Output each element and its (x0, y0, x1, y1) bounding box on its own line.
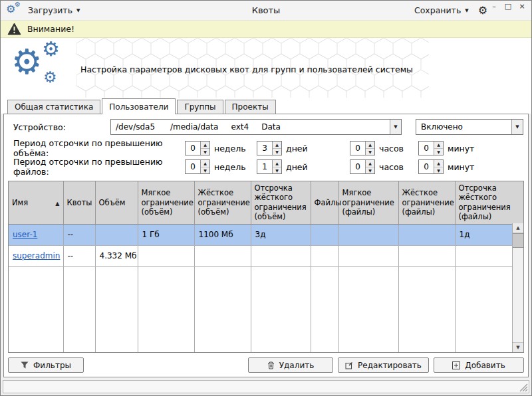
settings-gear-icon[interactable]: ⚙ (478, 5, 487, 16)
spin-up-icon[interactable]: ▲ (434, 160, 443, 167)
device-select[interactable]: /dev/sda5 /media/data ext4 Data ▼ (110, 119, 402, 135)
users-panel: Устройство: /dev/sda5 /media/data ext4 D… (3, 114, 529, 377)
gear-icon: ⚙ (42, 39, 60, 59)
unit-label: часов (375, 162, 404, 172)
tab-projects[interactable]: Проекты (225, 100, 276, 114)
unit-label: недель (210, 162, 246, 172)
grace-volume-days-spinner[interactable]: 3 ▲ ▼ (257, 141, 282, 155)
close-button[interactable]: × (518, 2, 526, 11)
table-row[interactable]: superadmin -- 4.332 Мб (9, 245, 523, 266)
maximize-button[interactable]: □ (504, 2, 512, 11)
grace-volume-weeks-spinner[interactable]: 0 ▲ ▼ (185, 141, 210, 155)
grace-files-weeks-spinner[interactable]: 0 ▲ ▼ (185, 159, 210, 174)
warning-text: Внимание! (27, 24, 74, 34)
spin-up-icon[interactable]: ▲ (273, 160, 281, 167)
spin-down-icon[interactable]: ▼ (201, 167, 209, 174)
app-header: ⚙ ⚙ ⚙ Настройка параметров дисковых квот… (1, 38, 531, 98)
filters-button[interactable]: Фильтры (8, 357, 84, 373)
spin-down-icon[interactable]: ▼ (434, 149, 443, 155)
gear-icon: ⚙ (11, 45, 43, 79)
scroll-down-button[interactable]: ▼ (513, 342, 523, 352)
grace-volume-row: Период отсрочки по превышению объёма: 0 … (8, 140, 524, 157)
warning-icon (7, 23, 21, 35)
spin-down-icon[interactable]: ▼ (273, 167, 281, 174)
filter-icon (21, 361, 29, 369)
device-row: Устройство: /dev/sda5 /media/data ext4 D… (8, 118, 524, 136)
titlebar: ⚙ ⚙ Загрузить ▼ Квоты Сохранить ▼ ⚙ – □ … (1, 1, 531, 21)
column-header-grace-files[interactable]: Отсрочка жёсткого ограничения (файлы) (455, 181, 523, 224)
tab-users[interactable]: Пользователи (102, 98, 176, 114)
warning-banner: Внимание! (1, 21, 531, 38)
resize-grip[interactable] (519, 383, 528, 392)
minimize-button[interactable]: – (490, 2, 498, 11)
spin-down-icon[interactable]: ▼ (434, 167, 443, 174)
spin-up-icon[interactable]: ▲ (273, 142, 281, 149)
spin-up-icon[interactable]: ▲ (366, 142, 374, 149)
spin-down-icon[interactable]: ▼ (366, 149, 374, 155)
grace-files-minutes-spinner[interactable]: 0 ▲ ▼ (418, 159, 444, 174)
tab-groups[interactable]: Группы (177, 100, 223, 114)
load-menu-button[interactable]: Загрузить ▼ (28, 5, 80, 15)
grace-volume-label: Период отсрочки по превышению объёма: (8, 138, 185, 158)
action-bar: Фильтры Удалить Редактировать (8, 357, 524, 373)
spin-down-icon[interactable]: ▼ (366, 167, 374, 174)
column-header-soft-limit-files[interactable]: Мягкое ограничение (файлы) (338, 181, 398, 224)
unit-label: минут (444, 144, 474, 153)
scrollbar-thumb[interactable] (513, 233, 523, 248)
window-controls: – □ × (490, 2, 526, 11)
tab-general-stats[interactable]: Общая статистика (7, 100, 100, 114)
status-bar (3, 380, 529, 393)
delete-button[interactable]: Удалить (248, 357, 333, 373)
column-header-volume[interactable]: Объём (95, 181, 138, 224)
app-window: ⚙ ⚙ Загрузить ▼ Квоты Сохранить ▼ ⚙ – □ … (0, 0, 532, 396)
grace-files-hours-spinner[interactable]: 0 ▲ ▼ (350, 159, 375, 174)
app-logo: ⚙ ⚙ ⚙ (11, 41, 71, 96)
spin-up-icon[interactable]: ▲ (201, 142, 209, 149)
sort-ascending-icon: ▲ (55, 201, 59, 207)
chevron-down-icon: ▼ (465, 8, 468, 13)
grace-files-label: Период отсрочки по превышению файлов: (8, 157, 185, 177)
table-empty-area (9, 266, 523, 352)
tab-bar: Общая статистика Пользователи Группы Про… (1, 98, 531, 114)
column-header-files[interactable]: Файлы (311, 181, 338, 224)
add-icon (452, 361, 460, 369)
chevron-down-icon[interactable]: ▼ (390, 120, 401, 134)
spin-up-icon[interactable]: ▲ (434, 142, 443, 149)
app-gears-icon: ⚙ ⚙ (6, 3, 23, 19)
table-row[interactable]: user-1 -- 1 Гб 1100 Мб 3д 1д (9, 224, 523, 245)
column-header-soft-limit-volume[interactable]: Мягкое ограничение (объём) (138, 181, 194, 224)
quota-table: ▲ Имя Квоты Объём Мягкое ограничение (об… (8, 181, 524, 353)
quota-state-value: Включено (416, 120, 511, 134)
spin-up-icon[interactable]: ▲ (366, 160, 374, 167)
vertical-scrollbar[interactable]: ▲ ▼ (512, 223, 523, 352)
user-link[interactable]: user-1 (13, 230, 37, 239)
spin-down-icon[interactable]: ▼ (273, 149, 281, 155)
trash-icon (267, 361, 275, 369)
column-header-hard-limit-volume[interactable]: Жёсткое ограничение (объём) (194, 181, 251, 224)
quota-state-select[interactable]: Включено ▼ (416, 119, 523, 135)
edit-button[interactable]: Редактировать (338, 357, 429, 373)
add-button[interactable]: Добавить (434, 357, 524, 373)
grace-files-days-spinner[interactable]: 1 ▲ ▼ (257, 159, 282, 174)
column-header-hard-limit-files[interactable]: Жёсткое ограничение (файлы) (398, 181, 455, 224)
unit-label: минут (444, 162, 474, 172)
save-menu-button[interactable]: Сохранить ▼ (414, 5, 469, 15)
grace-files-row: Период отсрочки по превышению файлов: 0 … (8, 158, 524, 175)
device-value: /dev/sda5 /media/data ext4 Data (111, 120, 390, 134)
column-header-quotas[interactable]: Квоты (63, 181, 95, 224)
scroll-up-button[interactable]: ▲ (513, 223, 523, 233)
spin-up-icon[interactable]: ▲ (201, 160, 209, 167)
app-description: Настройка параметров дисковых квот для г… (80, 64, 413, 74)
spin-down-icon[interactable]: ▼ (201, 149, 209, 155)
unit-label: часов (375, 144, 404, 153)
gear-icon: ⚙ (43, 70, 57, 85)
unit-label: недель (210, 144, 246, 153)
grace-volume-hours-spinner[interactable]: 0 ▲ ▼ (350, 141, 375, 155)
column-header-grace-volume[interactable]: Отсрочка жёсткого ограничения (объём) (251, 181, 311, 224)
user-link[interactable]: superadmin (13, 251, 60, 260)
chevron-down-icon[interactable]: ▼ (511, 120, 523, 134)
edit-icon (345, 361, 353, 369)
grace-volume-minutes-spinner[interactable]: 0 ▲ ▼ (418, 141, 444, 155)
unit-label: дней (282, 162, 308, 172)
column-header-name[interactable]: ▲ Имя (9, 181, 63, 224)
